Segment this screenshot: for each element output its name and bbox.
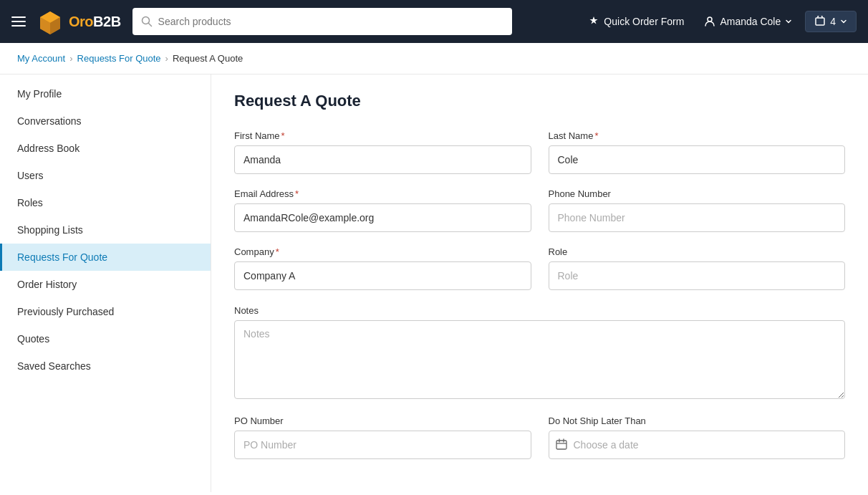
sidebar: My Profile Conversations Address Book Us…: [0, 75, 211, 492]
notes-group: Notes: [234, 304, 845, 401]
sidebar-item-shopping-lists[interactable]: Shopping Lists: [0, 216, 211, 244]
last-name-input[interactable]: [549, 145, 846, 174]
email-group: Email Address*: [234, 188, 531, 232]
email-input[interactable]: [234, 203, 531, 232]
sidebar-item-roles[interactable]: Roles: [0, 189, 211, 216]
last-name-group: Last Name*: [549, 130, 846, 174]
po-number-label: PO Number: [234, 415, 531, 426]
po-number-group: PO Number: [234, 415, 531, 459]
search-icon: [141, 16, 153, 27]
sidebar-item-requests-for-quote[interactable]: Requests For Quote: [0, 244, 211, 271]
header-actions: Quick Order Form Amanda Cole 4: [581, 11, 857, 32]
breadcrumb-sep-2: ›: [165, 53, 168, 64]
search-input[interactable]: [158, 16, 503, 27]
svg-rect-1: [11, 21, 26, 22]
breadcrumb-requests-for-quote[interactable]: Requests For Quote: [77, 53, 161, 64]
company-input[interactable]: [234, 261, 531, 290]
quick-order-icon: [588, 16, 599, 27]
role-input[interactable]: [549, 261, 846, 290]
phone-label: Phone Number: [549, 188, 846, 199]
sidebar-item-order-history[interactable]: Order History: [0, 271, 211, 298]
notes-label: Notes: [234, 305, 259, 316]
role-group: Role: [549, 246, 846, 290]
company-label: Company*: [234, 246, 531, 257]
chevron-down-icon: [785, 18, 792, 25]
quick-order-button[interactable]: Quick Order Form: [581, 11, 691, 32]
cart-button[interactable]: 4: [805, 11, 857, 32]
page-title: Request A Quote: [234, 92, 845, 110]
date-input-wrap: [549, 431, 846, 459]
phone-input[interactable]: [549, 203, 846, 232]
user-icon: [704, 16, 715, 27]
sidebar-item-my-profile[interactable]: My Profile: [0, 80, 211, 107]
sidebar-item-conversations[interactable]: Conversations: [0, 107, 211, 135]
first-name-input[interactable]: [234, 145, 531, 174]
logo-icon: [37, 9, 63, 34]
ship-date-label: Do Not Ship Later Than: [549, 415, 846, 426]
po-number-input[interactable]: [234, 431, 531, 459]
breadcrumb-my-account[interactable]: My Account: [17, 53, 65, 64]
logo-text: OroB2B: [69, 14, 121, 30]
hamburger-icon[interactable]: [11, 14, 26, 29]
svg-rect-2: [11, 25, 26, 27]
main-content: Request A Quote First Name* Last Name* E…: [211, 75, 868, 492]
cart-icon: [814, 16, 826, 27]
cart-chevron-icon: [840, 18, 847, 25]
role-label: Role: [549, 246, 846, 257]
header: OroB2B Quick Order Form Amanda Cole: [0, 0, 868, 43]
email-phone-row: Email Address* Phone Number: [234, 188, 845, 232]
svg-line-8: [148, 24, 151, 27]
search-bar: [132, 8, 512, 35]
svg-rect-10: [816, 18, 824, 25]
sidebar-item-users[interactable]: Users: [0, 162, 211, 189]
breadcrumb-sep-1: ›: [69, 53, 72, 64]
sidebar-item-previously-purchased[interactable]: Previously Purchased: [0, 298, 211, 325]
breadcrumb-current: Request A Quote: [173, 53, 243, 64]
svg-point-9: [708, 17, 712, 21]
email-label: Email Address*: [234, 188, 531, 199]
svg-rect-0: [11, 16, 26, 18]
name-row: First Name* Last Name*: [234, 130, 845, 174]
po-ship-row: PO Number Do Not Ship Later Than: [234, 415, 845, 459]
phone-group: Phone Number: [549, 188, 846, 232]
last-name-label: Last Name*: [549, 130, 846, 141]
sidebar-item-saved-searches[interactable]: Saved Searches: [0, 352, 211, 380]
layout: My Profile Conversations Address Book Us…: [0, 75, 868, 492]
notes-textarea[interactable]: [234, 320, 845, 399]
first-name-label: First Name*: [234, 130, 531, 141]
ship-date-group: Do Not Ship Later Than: [549, 415, 846, 459]
user-menu-button[interactable]: Amanda Cole: [697, 11, 799, 32]
first-name-group: First Name*: [234, 130, 531, 174]
company-role-row: Company* Role: [234, 246, 845, 290]
logo[interactable]: OroB2B: [37, 9, 121, 34]
company-group: Company*: [234, 246, 531, 290]
sidebar-item-quotes[interactable]: Quotes: [0, 325, 211, 352]
ship-date-input[interactable]: [549, 431, 846, 459]
sidebar-item-address-book[interactable]: Address Book: [0, 135, 211, 162]
breadcrumb: My Account › Requests For Quote › Reques…: [0, 43, 868, 75]
